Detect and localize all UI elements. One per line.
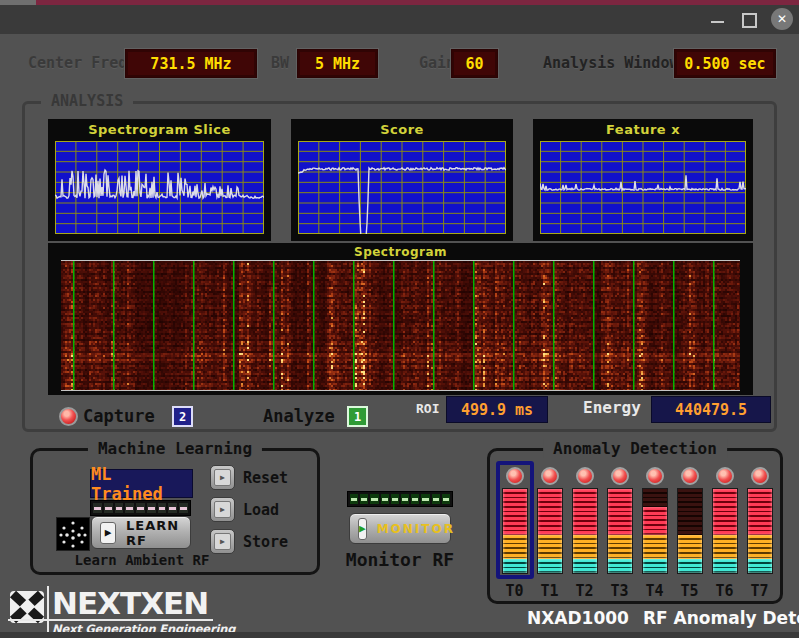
meter-channel: T4 bbox=[637, 461, 672, 600]
meter-frame-selected bbox=[496, 461, 534, 579]
titlebar[interactable]: ✕ bbox=[0, 5, 799, 34]
monitor-button-label: MONITOR bbox=[377, 522, 455, 536]
analysis-group: ANALYSIS Spectrogram Slice Score Feature… bbox=[22, 101, 777, 432]
spectrogram-heatmap bbox=[61, 260, 740, 391]
meter-channel: T0 bbox=[497, 461, 532, 600]
led-segment bbox=[360, 494, 368, 504]
channel-label: T7 bbox=[750, 582, 768, 600]
channel-led-icon bbox=[646, 467, 664, 485]
meter-channel: T2 bbox=[567, 461, 602, 600]
reset-button-label: Reset bbox=[243, 469, 288, 487]
score-title: Score bbox=[291, 122, 513, 137]
led-segment bbox=[104, 503, 113, 513]
led-segment bbox=[158, 503, 167, 513]
led-segment bbox=[125, 503, 134, 513]
monitor-rf-caption: Monitor RF bbox=[337, 549, 463, 570]
led-segment bbox=[168, 503, 177, 513]
monitor-led-strip bbox=[347, 491, 453, 507]
led-segment bbox=[115, 503, 124, 513]
energy-label: Energy bbox=[583, 398, 641, 417]
reset-button[interactable]: ▶ bbox=[210, 465, 235, 490]
analysis-window-field[interactable]: 0.500 sec bbox=[674, 49, 776, 78]
play-icon: ▶ bbox=[214, 501, 231, 518]
analysis-group-title: ANALYSIS bbox=[41, 92, 133, 110]
maximize-icon[interactable] bbox=[742, 13, 757, 28]
led-segment bbox=[432, 494, 440, 504]
channel-led-icon bbox=[681, 467, 699, 485]
spectrogram-panel: Spectrogram bbox=[48, 243, 753, 395]
close-icon[interactable]: ✕ bbox=[771, 8, 793, 30]
capture-label: Capture bbox=[83, 406, 155, 426]
load-button-label: Load bbox=[243, 501, 279, 519]
score-panel: Score bbox=[291, 119, 513, 241]
channel-label: T0 bbox=[505, 582, 523, 600]
feature-x-title: Feature x bbox=[533, 122, 753, 137]
window-bottom-strip bbox=[0, 632, 799, 638]
feature-x-panel: Feature x bbox=[533, 119, 753, 241]
meter-frame bbox=[741, 461, 779, 579]
analysis-window-label: Analysis Window bbox=[543, 54, 678, 72]
led-segment bbox=[93, 503, 102, 513]
meter-channel: T6 bbox=[707, 461, 742, 600]
anomaly-detection-group-title: Anomaly Detection bbox=[543, 439, 727, 458]
machine-learning-group: Machine Learning ML Trained ▶ LEARN RF L… bbox=[30, 448, 320, 575]
channel-led-icon bbox=[576, 467, 594, 485]
product-title: NXAD1000RF Anomaly Detector bbox=[527, 608, 799, 628]
channel-label: T2 bbox=[575, 582, 593, 600]
channel-level-bar bbox=[607, 488, 633, 574]
store-button[interactable]: ▶ bbox=[210, 529, 235, 554]
channel-level-bar bbox=[747, 488, 773, 574]
learn-ambient-caption: Learn Ambient RF bbox=[67, 552, 217, 568]
led-segment bbox=[401, 494, 409, 504]
center-freq-label: Center Freq bbox=[28, 54, 127, 72]
product-name: RF Anomaly Detector bbox=[643, 608, 799, 628]
channel-label: T6 bbox=[715, 582, 733, 600]
learn-rf-button-label: LEARN RF bbox=[126, 518, 182, 548]
spectrogram-slice-title: Spectrogram Slice bbox=[48, 122, 271, 137]
channel-level-bar bbox=[712, 488, 738, 574]
channel-label: T1 bbox=[540, 582, 558, 600]
channel-led-icon bbox=[716, 467, 734, 485]
center-freq-field[interactable]: 731.5 MHz bbox=[125, 49, 257, 78]
spectrogram-title: Spectrogram bbox=[48, 245, 753, 259]
app-window: ✕ Center Freq 731.5 MHz BW 5 MHz Gain 60… bbox=[0, 0, 799, 638]
bw-field[interactable]: 5 MHz bbox=[297, 49, 378, 78]
channel-led-icon bbox=[611, 467, 629, 485]
capture-count-badge: 2 bbox=[172, 406, 193, 427]
score-plot bbox=[298, 141, 506, 234]
load-button[interactable]: ▶ bbox=[210, 497, 235, 522]
led-segment bbox=[350, 494, 358, 504]
minimize-icon[interactable] bbox=[711, 21, 724, 23]
learn-rf-button[interactable]: ▶ LEARN RF bbox=[91, 516, 191, 549]
monitor-button[interactable]: ▶ MONITOR bbox=[349, 513, 451, 544]
meter-channel: T1 bbox=[532, 461, 567, 600]
energy-value: 440479.5 bbox=[651, 396, 771, 423]
meter-channel: T5 bbox=[672, 461, 707, 600]
led-segment bbox=[381, 494, 389, 504]
product-model: NXAD1000 bbox=[527, 608, 629, 628]
anomaly-meters: T0T1T2T3T4T5T6T7 bbox=[497, 461, 775, 600]
gain-field[interactable]: 60 bbox=[451, 49, 498, 78]
channel-level-bar bbox=[537, 488, 563, 574]
channel-led-icon bbox=[541, 467, 559, 485]
machine-learning-group-title: Machine Learning bbox=[88, 439, 262, 458]
meter-frame bbox=[566, 461, 604, 579]
meter-frame bbox=[601, 461, 639, 579]
analyze-label: Analyze bbox=[263, 406, 335, 426]
anomaly-detection-group: Anomaly Detection T0T1T2T3T4T5T6T7 bbox=[487, 448, 783, 604]
roi-value: 499.9 ms bbox=[446, 396, 548, 423]
meter-channel: T3 bbox=[602, 461, 637, 600]
feature-x-plot bbox=[540, 141, 746, 234]
meter-channel: T7 bbox=[742, 461, 777, 600]
led-segment bbox=[147, 503, 156, 513]
channel-led-icon bbox=[506, 467, 524, 485]
channel-label: T3 bbox=[610, 582, 628, 600]
channel-led-icon bbox=[751, 467, 769, 485]
ml-led-strip bbox=[90, 500, 191, 516]
channel-label: T4 bbox=[645, 582, 663, 600]
led-segment bbox=[370, 494, 378, 504]
bw-label: BW bbox=[271, 54, 289, 72]
meter-frame bbox=[636, 461, 674, 579]
channel-level-bar bbox=[677, 488, 703, 574]
play-icon: ▶ bbox=[358, 518, 367, 540]
